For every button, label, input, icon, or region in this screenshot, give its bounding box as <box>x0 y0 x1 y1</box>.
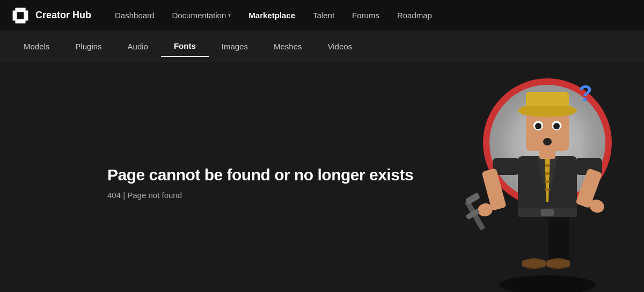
nav-item-talent[interactable]: Talent <box>305 6 342 24</box>
nav-link-marketplace[interactable]: Marketplace <box>241 6 303 24</box>
svg-point-31 <box>535 123 541 129</box>
main-content: Page cannot be found or no longer exists… <box>0 62 644 292</box>
svg-rect-17 <box>545 188 550 191</box>
svg-rect-25 <box>465 192 481 205</box>
error-subtitle: 404 | Page not found <box>107 191 413 200</box>
subnav-item-plugins[interactable]: Plugins <box>62 36 114 56</box>
error-section: Page cannot be found or no longer exists… <box>0 155 413 200</box>
svg-rect-7 <box>522 260 546 267</box>
roblox-character: ? <box>462 62 633 288</box>
subnav-item-videos[interactable]: Videos <box>315 36 365 56</box>
svg-rect-5 <box>548 213 569 264</box>
subnav-link-fonts[interactable]: Fonts <box>161 36 209 57</box>
documentation-dropdown-arrow: ▾ <box>228 12 231 18</box>
roblox-logo-icon <box>11 6 30 25</box>
subnav-link-videos[interactable]: Videos <box>315 36 365 56</box>
nav-item-roadmap[interactable]: Roadmap <box>390 6 440 24</box>
subnav-item-fonts[interactable]: Fonts <box>161 36 209 57</box>
subnav-item-models[interactable]: Models <box>11 36 62 56</box>
svg-point-33 <box>543 138 552 145</box>
logo-area[interactable]: Creator Hub <box>11 6 91 25</box>
nav-link-talent[interactable]: Talent <box>305 6 342 24</box>
subnav-link-models[interactable]: Models <box>11 36 62 56</box>
character-illustration-area: ? <box>462 62 644 292</box>
subnav-link-audio[interactable]: Audio <box>115 36 161 56</box>
svg-rect-9 <box>546 260 570 267</box>
subnav-link-plugins[interactable]: Plugins <box>62 36 114 56</box>
secondary-navigation: Models Plugins Audio Fonts Images Meshes… <box>0 31 644 62</box>
nav-link-dashboard[interactable]: Dashboard <box>107 6 162 24</box>
nav-link-documentation[interactable]: Documentation ▾ <box>164 6 238 24</box>
subnav-item-images[interactable]: Images <box>209 36 261 56</box>
top-navigation: Creator Hub Dashboard Documentation ▾ Ma… <box>0 0 644 31</box>
nav-link-forums[interactable]: Forums <box>345 6 387 24</box>
nav-item-forums[interactable]: Forums <box>345 6 387 24</box>
nav-item-dashboard[interactable]: Dashboard <box>107 6 162 24</box>
svg-point-32 <box>553 123 560 129</box>
secondary-nav-links: Models Plugins Audio Fonts Images Meshes… <box>11 36 365 57</box>
svg-rect-4 <box>525 213 545 264</box>
logo-text: Creator Hub <box>35 10 91 21</box>
subnav-item-audio[interactable]: Audio <box>115 36 161 56</box>
error-title: Page cannot be found or no longer exists <box>107 166 413 184</box>
nav-link-roadmap[interactable]: Roadmap <box>390 6 440 24</box>
svg-rect-39 <box>541 209 554 216</box>
svg-rect-14 <box>545 164 550 167</box>
svg-point-3 <box>499 275 596 292</box>
svg-rect-2 <box>17 12 24 19</box>
svg-rect-16 <box>545 180 550 183</box>
nav-item-documentation[interactable]: Documentation ▾ <box>164 6 238 24</box>
subnav-link-images[interactable]: Images <box>209 36 261 56</box>
subnav-link-meshes[interactable]: Meshes <box>261 36 315 56</box>
svg-rect-36 <box>522 106 573 115</box>
nav-item-marketplace[interactable]: Marketplace <box>241 6 303 24</box>
top-nav-links: Dashboard Documentation ▾ Marketplace Ta… <box>107 6 440 24</box>
subnav-item-meshes[interactable]: Meshes <box>261 36 315 56</box>
svg-rect-15 <box>545 172 550 175</box>
svg-text:?: ? <box>579 81 592 106</box>
